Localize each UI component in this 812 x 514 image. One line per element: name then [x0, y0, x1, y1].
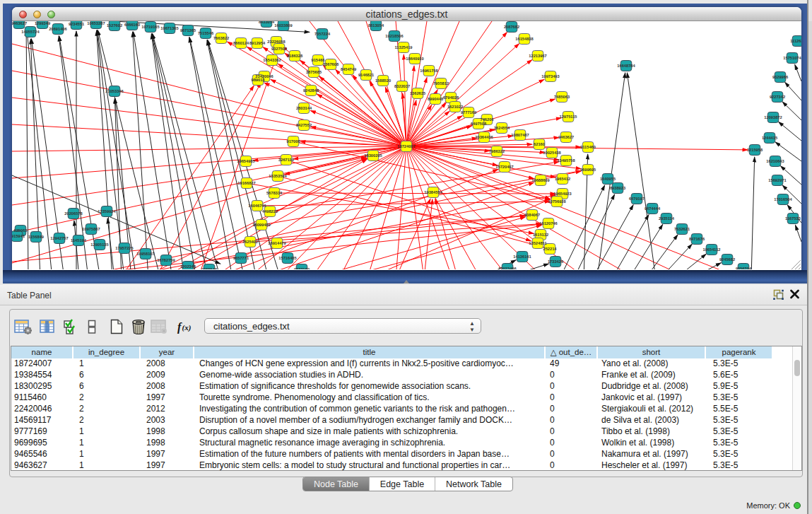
svg-text:1527602: 1527602: [107, 23, 122, 28]
svg-text:16120746: 16120746: [539, 221, 557, 226]
svg-text:9777169: 9777169: [294, 267, 310, 269]
svg-text:16033809: 16033809: [274, 23, 292, 28]
svg-text:8990448: 8990448: [428, 97, 443, 101]
svg-text:7625402: 7625402: [242, 240, 258, 244]
svg-text:3875685: 3875685: [306, 70, 322, 74]
svg-text:1112633: 1112633: [790, 39, 801, 43]
svg-text:9327505: 9327505: [271, 47, 287, 51]
svg-text:15751074: 15751074: [783, 56, 801, 60]
svg-text:16648784: 16648784: [617, 64, 635, 68]
svg-text:9242848: 9242848: [303, 88, 319, 93]
svg-text:17016504: 17016504: [774, 197, 792, 201]
svg-text:18300295: 18300295: [364, 153, 382, 158]
svg-text:20206578: 20206578: [64, 211, 82, 216]
svg-text:(x): (x): [182, 323, 192, 332]
svg-text:917006: 917006: [287, 139, 300, 144]
svg-text:10973493: 10973493: [541, 74, 559, 78]
svg-text:20364436: 20364436: [475, 135, 493, 139]
svg-text:23226058: 23226058: [267, 40, 285, 44]
svg-text:15692971: 15692971: [768, 178, 786, 182]
svg-text:12975115: 12975115: [560, 115, 577, 119]
svg-text:6794028: 6794028: [443, 95, 459, 100]
svg-text:10958107: 10958107: [136, 252, 154, 256]
svg-text:9657771: 9657771: [233, 256, 249, 260]
svg-text:13353594: 13353594: [269, 174, 287, 178]
svg-text:8813054: 8813054: [368, 23, 384, 28]
svg-text:10807487: 10807487: [511, 133, 529, 137]
svg-text:14136141: 14136141: [513, 255, 531, 259]
svg-text:12905135: 12905135: [90, 243, 108, 247]
svg-text:1621022: 1621022: [447, 105, 463, 109]
svg-text:12093872: 12093872: [764, 115, 782, 119]
svg-text:9234551: 9234551: [69, 22, 84, 26]
svg-text:10025438: 10025438: [543, 151, 560, 155]
svg-text:6479197: 6479197: [629, 197, 645, 201]
svg-text:16961758: 16961758: [420, 69, 437, 73]
svg-text:10719165: 10719165: [141, 25, 159, 29]
svg-text:1640955: 1640955: [600, 177, 616, 181]
svg-text:9777169: 9777169: [461, 110, 476, 115]
svg-text:12213967: 12213967: [529, 54, 546, 58]
svg-text:9699695: 9699695: [580, 168, 596, 172]
svg-text:5678334: 5678334: [266, 191, 283, 195]
svg-text:17359924: 17359924: [98, 209, 116, 214]
svg-text:3267110: 3267110: [278, 158, 294, 162]
svg-text:18640910: 18640910: [406, 57, 423, 61]
svg-text:10756928: 10756928: [548, 199, 565, 204]
svg-text:14055724: 14055724: [21, 30, 40, 34]
svg-text:8471676: 8471676: [689, 237, 705, 241]
svg-text:18724007: 18724007: [397, 144, 415, 148]
svg-text:9463627: 9463627: [558, 135, 574, 139]
svg-text:9356704: 9356704: [736, 267, 752, 269]
svg-text:9329966: 9329966: [772, 75, 788, 79]
svg-text:8427552: 8427552: [296, 123, 312, 127]
svg-text:8938923: 8938923: [610, 186, 625, 190]
svg-text:10654112: 10654112: [703, 247, 721, 252]
svg-text:12023466: 12023466: [498, 267, 516, 269]
svg-text:8454749: 8454749: [341, 67, 356, 71]
svg-text:9465546: 9465546: [201, 267, 217, 269]
svg-text:7663822: 7663822: [213, 36, 229, 40]
svg-text:4498222: 4498222: [262, 209, 278, 214]
svg-text:10975867: 10975867: [82, 227, 100, 231]
svg-text:62160: 62160: [534, 142, 545, 146]
svg-text:7632621: 7632621: [674, 227, 690, 231]
svg-text:7485063: 7485063: [554, 95, 570, 99]
svg-text:16914479: 16914479: [268, 241, 286, 245]
svg-text:1965412: 1965412: [555, 177, 570, 181]
svg-text:3915941: 3915941: [12, 234, 25, 238]
svg-text:19654985: 19654985: [237, 159, 254, 163]
svg-text:9463627: 9463627: [12, 21, 27, 25]
svg-text:16046746: 16046746: [248, 204, 266, 208]
svg-text:3624554: 3624554: [494, 126, 510, 130]
svg-text:11325419: 11325419: [395, 45, 413, 49]
svg-text:19654923: 19654923: [553, 192, 571, 196]
svg-text:9146821: 9146821: [358, 73, 374, 77]
svg-text:8433054: 8433054: [259, 21, 275, 24]
svg-text:20691406: 20691406: [49, 27, 66, 31]
svg-text:1156849: 1156849: [28, 235, 44, 239]
svg-text:9474444: 9474444: [645, 206, 661, 211]
svg-text:989013: 989013: [252, 78, 265, 82]
svg-text:1167533: 1167533: [785, 216, 801, 221]
svg-text:2367608: 2367608: [323, 62, 339, 66]
svg-text:16210643: 16210643: [766, 159, 784, 163]
svg-text:19166827: 19166827: [237, 181, 255, 185]
svg-text:16543362: 16543362: [263, 58, 281, 62]
svg-text:10653287: 10653287: [87, 21, 105, 25]
svg-text:252214: 252214: [543, 247, 558, 251]
svg-text:2935114: 2935114: [659, 216, 675, 221]
svg-text:7986322: 7986322: [489, 149, 505, 153]
svg-text:1362635: 1362635: [410, 91, 425, 95]
svg-text:2087682: 2087682: [504, 25, 519, 29]
svg-text:9115460: 9115460: [580, 145, 596, 149]
svg-text:10688609: 10688609: [531, 178, 549, 182]
svg-text:1202346: 1202346: [180, 264, 196, 269]
svg-text:2803144: 2803144: [296, 106, 312, 110]
svg-text:15716485: 15716485: [278, 256, 296, 260]
svg-text:635061: 635061: [14, 228, 28, 233]
svg-text:1244415: 1244415: [762, 136, 777, 140]
svg-text:15720407: 15720407: [495, 165, 513, 169]
svg-text:13495758: 13495758: [557, 158, 575, 163]
svg-text:17957225: 17957225: [115, 246, 133, 250]
